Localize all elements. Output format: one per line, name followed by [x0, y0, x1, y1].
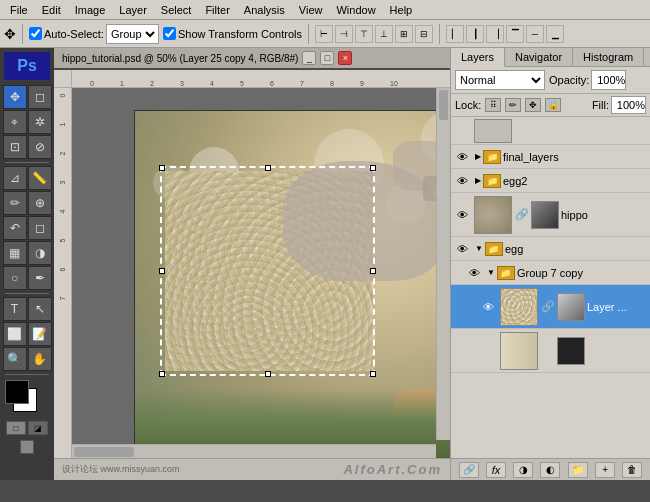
layer-item-layer25[interactable]: 👁 🔗 Layer ... — [451, 285, 650, 329]
layer-item-egg[interactable]: 👁 ▼ 📁 egg — [451, 237, 650, 261]
layer-item-hippo[interactable]: 👁 🔗 hippo — [451, 193, 650, 237]
new-layer-btn[interactable]: + — [595, 462, 615, 478]
canvas-tab-title: hippo_tutorial.psd @ 50% (Layer 25 copy … — [62, 53, 298, 64]
shape-tool[interactable]: ⬜ — [3, 322, 27, 346]
eye-icon-0[interactable] — [453, 122, 471, 140]
auto-select-checkbox[interactable] — [29, 27, 42, 40]
minimize-btn[interactable]: _ — [302, 51, 316, 65]
align-center-h-btn[interactable]: ⊣ — [335, 25, 353, 43]
zoom-tool[interactable]: 🔍 — [3, 347, 27, 371]
eye-icon-egg[interactable]: 👁 — [453, 240, 471, 258]
dist-top-btn[interactable]: ▔ — [506, 25, 524, 43]
align-left-btn[interactable]: ⊢ — [315, 25, 333, 43]
foreground-color[interactable] — [5, 380, 29, 404]
eye-icon-hippo[interactable]: 👁 — [453, 206, 471, 224]
folder-icon-final: 📁 — [483, 150, 501, 164]
canvas-content[interactable]: 0 1 2 3 4 5 6 7 8 9 10 0 1 2 — [54, 70, 450, 458]
menu-help[interactable]: Help — [384, 0, 419, 19]
layer-item-extra[interactable] — [451, 329, 650, 373]
group7-expand[interactable]: ▼ 📁 — [487, 266, 517, 280]
layer-item-group7[interactable]: 👁 ▼ 📁 Group 7 copy — [451, 261, 650, 285]
eye-icon-layer25[interactable]: 👁 — [479, 298, 497, 316]
tab-layers[interactable]: Layers — [451, 48, 505, 67]
brush-tool[interactable]: ✏ — [3, 191, 27, 215]
lasso-tool[interactable]: ⌖ — [3, 110, 27, 134]
dist-left-btn[interactable]: ▏ — [446, 25, 464, 43]
menu-analysis[interactable]: Analysis — [238, 0, 291, 19]
layer-item-egg2[interactable]: 👁 ▶ 📁 egg2 — [451, 169, 650, 193]
scrollbar-v[interactable] — [436, 88, 450, 440]
hand-tool[interactable]: ✋ — [28, 347, 52, 371]
menu-view[interactable]: View — [293, 0, 329, 19]
magic-wand-tool[interactable]: ✲ — [28, 110, 52, 134]
quick-mask-btn[interactable]: ◪ — [28, 421, 48, 435]
fill-input[interactable] — [611, 96, 646, 114]
group-select[interactable]: Group — [106, 24, 159, 44]
eye-icon-final[interactable]: 👁 — [453, 148, 471, 166]
history-brush-tool[interactable]: ↶ — [3, 216, 27, 240]
align-bottom-btn[interactable]: ⊟ — [415, 25, 433, 43]
menu-edit[interactable]: Edit — [36, 0, 67, 19]
pen-tool[interactable]: ✒ — [28, 266, 52, 290]
path-select-tool[interactable]: ↖ — [28, 297, 52, 321]
dist-center-v-btn[interactable]: ─ — [526, 25, 544, 43]
add-mask-btn[interactable]: ◑ — [513, 462, 533, 478]
adjustments-btn[interactable]: ◐ — [540, 462, 560, 478]
lock-all-icon[interactable]: 🔒 — [545, 98, 561, 112]
egg-folder-expand[interactable]: ▼ 📁 — [475, 242, 505, 256]
menu-filter[interactable]: Filter — [199, 0, 235, 19]
lock-image-icon[interactable]: ✏ — [505, 98, 521, 112]
gradient-tool[interactable]: ▦ — [3, 241, 27, 265]
slice-tool[interactable]: ⊘ — [28, 135, 52, 159]
close-btn[interactable]: × — [338, 51, 352, 65]
eraser-tool[interactable]: ◻ — [28, 216, 52, 240]
dodge-tool[interactable]: ○ — [3, 266, 27, 290]
color-swatches[interactable] — [5, 380, 49, 416]
blur-tool[interactable]: ◑ — [28, 241, 52, 265]
dist-right-btn[interactable]: ▕ — [486, 25, 504, 43]
eyedropper-tool[interactable]: ⊿ — [3, 166, 27, 190]
tab-navigator[interactable]: Navigator — [505, 48, 573, 66]
new-group-btn[interactable]: 📁 — [568, 462, 588, 478]
menu-layer[interactable]: Layer — [113, 0, 153, 19]
align-top-btn[interactable]: ⊥ — [375, 25, 393, 43]
select-tool[interactable]: ◻ — [28, 85, 52, 109]
lock-pixels-icon[interactable]: ⠿ — [485, 98, 501, 112]
tools-panel: Ps ✥ ◻ ⌖ ✲ ⊡ ⊘ ⊿ 📏 ✏ ⊕ ↶ ◻ ▦ ◑ — [0, 48, 54, 480]
eye-icon-group7[interactable]: 👁 — [465, 264, 483, 282]
fx-btn[interactable]: fx — [486, 462, 506, 478]
panel-close-btn[interactable]: × — [644, 48, 650, 66]
crop-tool[interactable]: ⊡ — [3, 135, 27, 159]
ruler-tool[interactable]: 📏 — [28, 166, 52, 190]
folder2-expand[interactable]: ▶ 📁 — [475, 174, 503, 188]
folder-expand[interactable]: ▶ 📁 — [475, 150, 503, 164]
stamp-tool[interactable]: ⊕ — [28, 191, 52, 215]
show-transform-checkbox[interactable] — [163, 27, 176, 40]
tab-histogram[interactable]: Histogram — [573, 48, 644, 66]
link-layers-btn[interactable]: 🔗 — [459, 462, 479, 478]
lock-position-icon[interactable]: ✥ — [525, 98, 541, 112]
menu-file[interactable]: File — [4, 0, 34, 19]
move-tool[interactable]: ✥ — [3, 85, 27, 109]
blend-mode-select[interactable]: Normal — [455, 70, 545, 90]
notes-tool[interactable]: 📝 — [28, 322, 52, 346]
align-right-btn[interactable]: ⊤ — [355, 25, 373, 43]
screen-mode-btn[interactable] — [20, 440, 34, 454]
menu-select[interactable]: Select — [155, 0, 198, 19]
menu-image[interactable]: Image — [69, 0, 112, 19]
align-center-v-btn[interactable]: ⊞ — [395, 25, 413, 43]
scrollbar-h[interactable] — [72, 444, 436, 458]
eye-icon-egg2[interactable]: 👁 — [453, 172, 471, 190]
delete-layer-btn[interactable]: 🗑 — [622, 462, 642, 478]
eye-icon-extra[interactable] — [479, 342, 497, 360]
layer-item-final-layers[interactable]: 👁 ▶ 📁 final_layers — [451, 145, 650, 169]
opacity-input[interactable] — [591, 70, 626, 90]
text-tool[interactable]: T — [3, 297, 27, 321]
maximize-btn[interactable]: □ — [320, 51, 334, 65]
dist-bottom-btn[interactable]: ▁ — [546, 25, 564, 43]
menu-window[interactable]: Window — [330, 0, 381, 19]
layer-item-empty[interactable] — [451, 117, 650, 145]
canvas-image[interactable] — [134, 110, 450, 458]
dist-center-h-btn[interactable]: ┃ — [466, 25, 484, 43]
standard-mode-btn[interactable]: □ — [6, 421, 26, 435]
